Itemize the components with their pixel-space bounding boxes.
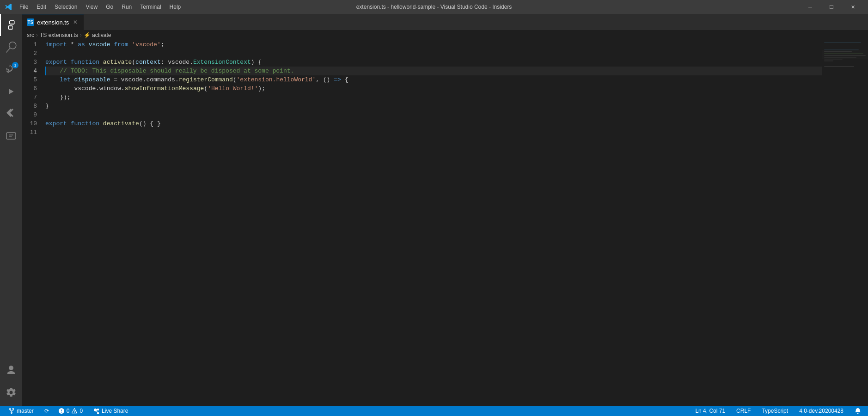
line-number-6: 6 [22, 84, 41, 93]
tab-extension-ts[interactable]: TS extension.ts ✕ [22, 14, 84, 30]
svg-rect-8 [824, 61, 833, 61]
svg-rect-1 [824, 42, 861, 43]
line-ending-text: CRLF [736, 408, 751, 414]
activity-item-search[interactable] [0, 36, 22, 58]
line-number-9: 9 [22, 110, 41, 119]
status-bar-right: Ln 4, Col 71 CRLF TypeScript 4.0-dev.202… [693, 406, 863, 416]
sync-icon: ⟳ [44, 408, 49, 414]
activity-item-source-control[interactable]: 1 [0, 58, 22, 80]
activity-item-extensions[interactable] [0, 103, 22, 125]
bell-icon[interactable] [852, 406, 863, 416]
title-bar-left: File Edit Selection View Go Run Terminal… [5, 3, 184, 11]
editor-area: TS extension.ts ✕ src › TS extension.ts … [22, 14, 868, 406]
line-number-10: 10 [22, 119, 41, 128]
code-line-3: export function activate(context: vscode… [45, 58, 822, 67]
breadcrumb-src[interactable]: src [27, 32, 34, 38]
line-number-2: 2 [22, 49, 41, 58]
tab-close-button[interactable]: ✕ [72, 18, 79, 26]
code-line-7: }); [45, 93, 822, 102]
live-share-button[interactable]: Live Share [90, 406, 132, 416]
minimap [822, 40, 868, 406]
line-number-8: 8 [22, 102, 41, 110]
close-button[interactable]: ✕ [842, 0, 863, 14]
error-count: 0 [67, 408, 70, 414]
window-controls: ─ ☐ ✕ [800, 0, 863, 14]
git-branch[interactable]: master [5, 406, 37, 416]
activity-item-account[interactable] [0, 359, 22, 381]
activity-bar: 1 [0, 14, 22, 406]
menu-file[interactable]: File [16, 3, 32, 11]
line-number-3: 3 [22, 58, 41, 67]
language-mode[interactable]: TypeScript [759, 406, 790, 416]
svg-rect-0 [6, 133, 16, 139]
breadcrumb-symbol[interactable]: ⚡ activate [84, 32, 111, 38]
code-line-6: vscode.window.showInformationMessage('He… [45, 84, 822, 93]
breadcrumb: src › TS extension.ts › ⚡ activate [22, 30, 868, 40]
activity-item-run[interactable] [0, 80, 22, 103]
line-number-5: 5 [22, 75, 41, 84]
menu-terminal[interactable]: Terminal [136, 3, 165, 11]
line-number-11: 11 [22, 128, 41, 137]
cursor-position[interactable]: Ln 4, Col 71 [693, 406, 727, 416]
activity-item-remote-explorer[interactable] [0, 125, 22, 147]
code-line-9 [45, 110, 822, 119]
code-content[interactable]: import * as vscode from 'vscode'; export… [45, 40, 822, 406]
line-number-4: 4 [22, 67, 41, 75]
code-line-2 [45, 49, 822, 58]
activity-item-settings[interactable] [0, 381, 22, 404]
svg-rect-2 [824, 49, 859, 50]
main-layout: 1 [0, 14, 868, 406]
title-bar: File Edit Selection View Go Run Terminal… [0, 0, 868, 14]
code-editor[interactable]: 1234567891011 import * as vscode from 'v… [22, 40, 868, 406]
menu-view[interactable]: View [82, 3, 101, 11]
branch-name: master [17, 408, 34, 414]
window-title: extension.ts - helloworld-sample - Visua… [356, 4, 512, 10]
activity-bar-bottom [0, 359, 22, 406]
position-text: Ln 4, Col 71 [695, 408, 725, 414]
tab-language-icon: TS [27, 18, 34, 26]
menu-help[interactable]: Help [166, 3, 185, 11]
sync-status[interactable]: ⟳ [42, 406, 51, 416]
line-numbers: 1234567891011 [22, 40, 45, 406]
language-text: TypeScript [762, 408, 788, 414]
menu-go[interactable]: Go [102, 3, 117, 11]
line-ending[interactable]: CRLF [734, 406, 753, 416]
menu-bar: File Edit Selection View Go Run Terminal… [16, 3, 184, 11]
code-line-1: import * as vscode from 'vscode'; [45, 40, 822, 49]
warning-count: 0 [79, 408, 83, 414]
menu-run[interactable]: Run [118, 3, 135, 11]
code-line-5: let disposable = vscode.commands.registe… [45, 75, 822, 84]
source-control-badge: 1 [12, 62, 18, 68]
status-bar: master ⟳ 0 0 Live Share Ln 4, Col 71 CR [0, 406, 868, 416]
activity-item-explorer[interactable] [0, 14, 22, 36]
code-line-11 [45, 128, 822, 137]
minimize-button[interactable]: ─ [800, 0, 821, 14]
ts-version[interactable]: 4.0-dev.20200428 [797, 406, 846, 416]
status-bar-left: master ⟳ 0 0 Live Share [5, 406, 132, 416]
svg-rect-10 [822, 50, 868, 59]
live-share-label: Live Share [102, 408, 128, 414]
version-text: 4.0-dev.20200428 [799, 408, 844, 414]
menu-selection[interactable]: Selection [51, 3, 81, 11]
vscode-logo [5, 3, 12, 11]
code-line-4: // TODO: This disposable should really b… [45, 67, 822, 75]
svg-rect-9 [824, 66, 854, 67]
code-line-8: } [45, 102, 822, 110]
breadcrumb-file[interactable]: TS extension.ts [40, 32, 78, 38]
error-warning-status[interactable]: 0 0 [56, 406, 85, 416]
line-number-1: 1 [22, 40, 41, 49]
line-number-7: 7 [22, 93, 41, 102]
maximize-button[interactable]: ☐ [821, 0, 842, 14]
code-line-10: export function deactivate() { } [45, 119, 822, 128]
tab-bar: TS extension.ts ✕ [22, 14, 868, 30]
tab-label: extension.ts [37, 19, 69, 26]
menu-edit[interactable]: Edit [33, 3, 50, 11]
